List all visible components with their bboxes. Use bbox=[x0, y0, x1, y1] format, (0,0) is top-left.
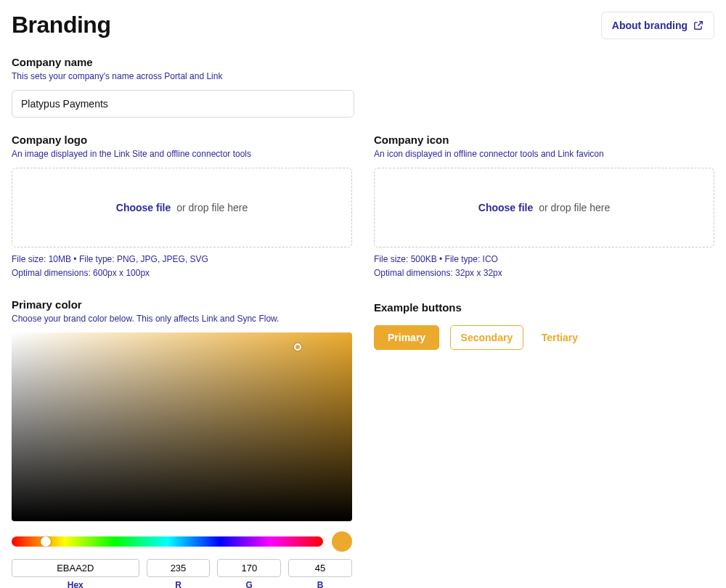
primary-color-title: Primary color bbox=[12, 298, 352, 311]
company-name-title: Company name bbox=[12, 56, 714, 68]
company-icon-drop: or drop file here bbox=[539, 202, 610, 213]
color-b-input[interactable] bbox=[288, 559, 352, 577]
company-icon-dropzone[interactable]: Choose file or drop file here bbox=[374, 168, 714, 248]
color-b-label: B bbox=[317, 580, 324, 588]
company-icon-sub: An icon displayed in offline connector t… bbox=[374, 149, 714, 159]
color-g-label: G bbox=[246, 580, 253, 588]
color-hue-handle[interactable] bbox=[41, 536, 51, 547]
color-hue-slider[interactable] bbox=[12, 536, 323, 547]
color-saturation-handle[interactable] bbox=[294, 343, 301, 351]
color-hex-label: Hex bbox=[68, 580, 83, 588]
company-icon-help2: Optimal dimensions: 32px x 32px bbox=[374, 267, 714, 279]
company-icon-help1: File size: 500KB • File type: ICO bbox=[374, 253, 714, 266]
about-branding-label: About branding bbox=[612, 20, 688, 31]
primary-color-section: Primary color Choose your brand color be… bbox=[12, 298, 352, 588]
color-r-input[interactable] bbox=[147, 559, 211, 577]
color-swatch bbox=[332, 531, 352, 552]
company-icon-choose: Choose file bbox=[478, 202, 533, 213]
company-logo-title: Company logo bbox=[12, 134, 352, 146]
example-tertiary-button[interactable]: Tertiary bbox=[537, 331, 582, 344]
company-logo-drop: or drop file here bbox=[176, 202, 248, 213]
example-buttons-section: Example buttons Primary Secondary Tertia… bbox=[374, 298, 714, 588]
company-logo-choose: Choose file bbox=[116, 202, 171, 213]
example-primary-button[interactable]: Primary bbox=[374, 325, 439, 350]
company-name-section: Company name This sets your company's na… bbox=[12, 56, 714, 118]
company-logo-dropzone[interactable]: Choose file or drop file here bbox=[12, 168, 352, 248]
color-saturation-picker[interactable] bbox=[12, 332, 352, 521]
example-secondary-button[interactable]: Secondary bbox=[450, 325, 524, 350]
company-logo-help1: File size: 10MB • File type: PNG, JPG, J… bbox=[12, 253, 352, 266]
about-branding-button[interactable]: About branding bbox=[601, 12, 714, 39]
company-name-input[interactable] bbox=[12, 90, 354, 118]
company-name-sub: This sets your company's name across Por… bbox=[12, 71, 714, 81]
external-link-icon bbox=[693, 20, 703, 30]
color-r-label: R bbox=[175, 580, 182, 588]
page-title: Branding bbox=[12, 12, 110, 38]
primary-color-sub: Choose your brand color below. This only… bbox=[12, 314, 352, 324]
company-icon-section: Company icon An icon displayed in offlin… bbox=[374, 134, 714, 281]
color-hex-input[interactable] bbox=[12, 559, 139, 577]
company-logo-section: Company logo An image displayed in the L… bbox=[12, 134, 352, 281]
company-logo-sub: An image displayed in the Link Site and … bbox=[12, 149, 352, 159]
color-g-input[interactable] bbox=[217, 559, 281, 577]
example-buttons-title: Example buttons bbox=[374, 301, 714, 314]
company-logo-help2: Optimal dimensions: 600px x 100px bbox=[12, 267, 352, 279]
company-icon-title: Company icon bbox=[374, 134, 714, 146]
